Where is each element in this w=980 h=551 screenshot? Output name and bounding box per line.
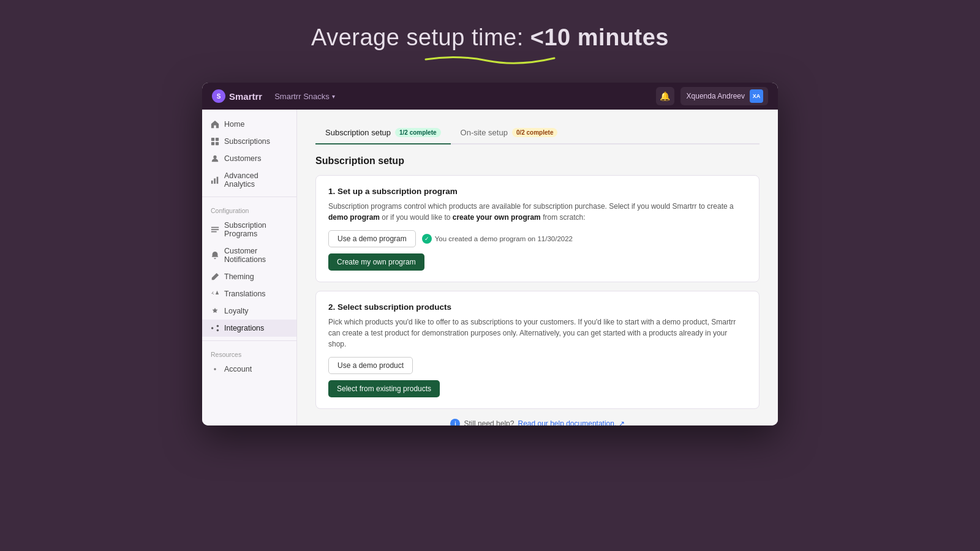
sidebar-item-integrations[interactable]: Integrations [202,320,296,337]
sidebar-item-label: Translations [224,290,266,298]
store-selector[interactable]: Smartrr Snacks ▾ [274,92,335,101]
setup-card-program: 1. Set up a subscription program Subscri… [315,175,760,282]
sidebar-item-customers[interactable]: Customers [202,150,296,167]
help-row: i Still need help? Read our help documen… [315,419,760,425]
sidebar-item-label: Theming [224,272,254,281]
use-demo-product-button[interactable]: Use a demo product [328,357,413,374]
app-logo: S Smartrr [212,89,262,103]
use-demo-program-button[interactable]: Use a demo program [328,230,416,247]
svg-point-14 [214,368,216,370]
sidebar-item-theming[interactable]: Theming [202,268,296,285]
store-name: Smartrr Snacks [274,92,330,101]
setup-tabs: Subscription setup 1/2 complete On-site … [315,122,760,144]
svg-rect-10 [211,231,217,233]
svg-point-11 [211,327,214,329]
select-existing-products-button[interactable]: Select from existing products [328,380,440,397]
sidebar-item-loyalty[interactable]: Loyalty [202,302,296,320]
sidebar-item-subscriptions[interactable]: Subscriptions [202,133,296,150]
status-message: ✓ You created a demo program on 11/30/20… [422,234,573,244]
sidebar-item-label: Integrations [224,324,264,332]
card-title: 1. Set up a subscription program [328,187,747,196]
sidebar-item-label: Loyalty [224,307,249,315]
card-description: Pick which products you'd like to offer … [328,317,747,350]
desc-part2: or if you would like to [380,213,453,222]
check-icon: ✓ [422,234,432,244]
sidebar-item-customer-notifications[interactable]: Customer Notifications [202,242,296,268]
tab-badge-onsite: 0/2 complete [512,128,558,137]
card-actions: Use a demo program ✓ You created a demo … [328,230,747,247]
user-name: Xquenda Andreev [687,92,745,100]
sidebar-item-label: Customers [224,154,261,163]
info-icon: i [450,419,460,425]
topbar-right: 🔔 Xquenda Andreev XA [656,87,768,105]
svg-point-4 [213,156,216,159]
config-section-label: Configuration [202,201,296,217]
tab-on-site-setup[interactable]: On-site setup 0/2 complete [451,122,568,144]
content-area: Subscription setup 1/2 complete On-site … [297,110,778,425]
svg-rect-6 [214,178,216,184]
sidebar: Home Subscriptions Customers Advanced An… [202,110,297,425]
desc-demo: demo program [328,213,380,222]
tab-label: Subscription setup [325,128,391,137]
app-window: S Smartrr Smartrr Snacks ▾ 🔔 Xquenda And… [202,83,778,425]
banner-text-bold: <10 minutes [530,24,669,50]
sidebar-item-label: Subscriptions [224,137,270,146]
setup-card-products: 2. Select subscription products Pick whi… [315,291,760,409]
resources-section-label: Resources [202,345,296,361]
card-title: 2. Select subscription products [328,302,747,312]
chevron-down-icon: ▾ [332,93,335,100]
svg-rect-9 [211,229,219,230]
logo-icon: S [212,89,225,103]
desc-part1: Subscription programs control which prod… [328,202,734,211]
desc-create: create your own program [453,213,541,222]
sidebar-item-subscription-programs[interactable]: Subscription Programs [202,217,296,242]
svg-rect-0 [211,138,214,141]
svg-rect-8 [211,227,219,228]
tab-subscription-setup[interactable]: Subscription setup 1/2 complete [315,122,451,144]
sidebar-item-label: Account [224,365,252,373]
card-actions: Use a demo product [328,357,747,374]
bell-icon: 🔔 [660,91,670,101]
svg-rect-7 [217,177,219,184]
sidebar-item-label: Home [224,120,244,129]
desc-part3: from scratch: [541,213,586,222]
tab-badge-subscription: 1/2 complete [395,128,441,137]
status-text: You created a demo program on 11/30/2022 [435,235,573,242]
sidebar-divider [202,197,296,197]
svg-rect-3 [216,142,219,145]
sidebar-item-translations[interactable]: Translations [202,285,296,302]
section-title: Subscription setup [315,156,760,167]
app-name: Smartrr [229,91,262,102]
banner-text-prefix: Average setup time: [311,24,530,50]
sidebar-item-label: Advanced Analytics [224,171,288,189]
sidebar-divider-2 [202,340,296,341]
main-layout: Home Subscriptions Customers Advanced An… [202,110,778,425]
create-own-program-button[interactable]: Create my own program [328,253,424,271]
avatar: XA [750,89,763,103]
user-initials: XA [753,93,761,99]
svg-rect-5 [211,181,213,184]
sidebar-item-home[interactable]: Home [202,116,296,133]
svg-rect-2 [211,142,214,145]
user-menu[interactable]: Xquenda Andreev XA [680,87,768,105]
svg-point-12 [217,325,219,328]
sidebar-item-label: Subscription Programs [224,221,288,238]
help-text: Still need help? [464,419,514,425]
topbar: S Smartrr Smartrr Snacks ▾ 🔔 Xquenda And… [202,83,778,110]
svg-point-13 [217,329,219,332]
card-description: Subscription programs control which prod… [328,201,747,223]
svg-rect-1 [216,138,219,141]
sidebar-item-analytics[interactable]: Advanced Analytics [202,167,296,193]
tab-label: On-site setup [461,128,508,137]
sidebar-item-account[interactable]: Account [202,361,296,378]
sidebar-item-label: Customer Notifications [224,247,288,264]
top-banner: Average setup time: <10 minutes [0,0,980,83]
help-link[interactable]: Read our help documentation. ↗ [518,419,624,425]
notifications-button[interactable]: 🔔 [656,87,674,105]
